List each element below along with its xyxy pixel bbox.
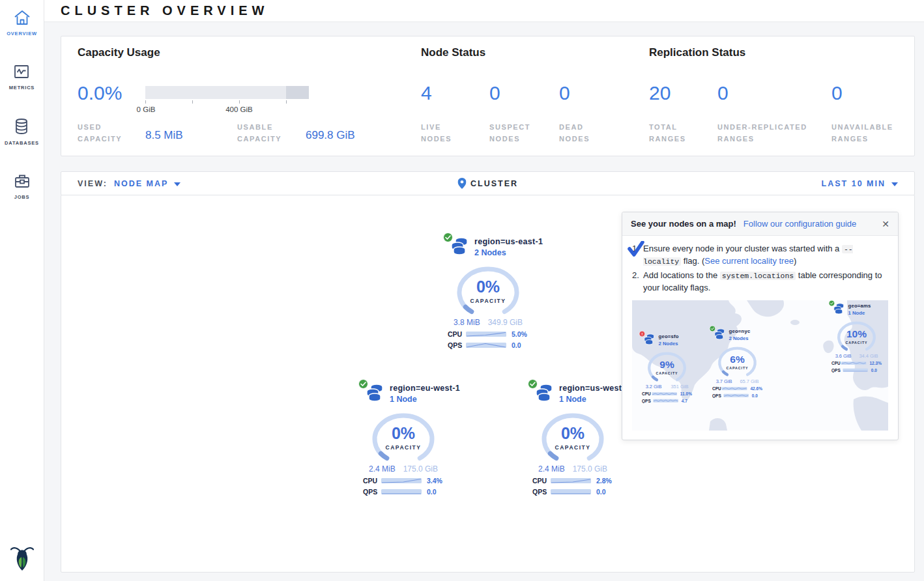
cpu-label: CPU — [532, 477, 551, 485]
step-number: 2. — [632, 270, 643, 294]
region-marker-eu-west-1[interactable]: region=eu-west-1 1 Node 0% CAPACITY 2.4 … — [354, 382, 452, 496]
view-label: VIEW: — [78, 179, 108, 188]
jobs-icon — [13, 173, 31, 190]
region-label: region=us-east-1 — [474, 237, 543, 246]
region-label: region=eu-west-1 — [390, 384, 460, 393]
configuration-guide-link[interactable]: Follow our configuration guide — [744, 219, 856, 229]
capacity-percent: 0% — [371, 424, 436, 443]
sidebar-item-label: METRICS — [9, 85, 35, 91]
locality-tree-link[interactable]: See current locality tree — [704, 256, 794, 266]
chevron-down-icon — [174, 182, 180, 186]
qps-sparkline — [551, 489, 591, 494]
qps-value: 0.0 — [596, 488, 606, 496]
cpu-value: 5.0% — [512, 330, 527, 338]
cockroach-logo[interactable] — [10, 545, 34, 574]
capacity-tick-400: 400 GiB — [225, 106, 253, 113]
cpu-sparkline — [381, 478, 422, 483]
sidebar-item-overview[interactable]: OVERVIEW — [7, 9, 37, 36]
status-ok-icon — [443, 233, 453, 242]
status-ok-icon — [358, 379, 368, 389]
usable-capacity-value: 699.8 GiB — [306, 129, 355, 142]
region-marker-us-west-1[interactable]: region=us-west-1 1 Node 0% CAPACITY 2.4 … — [524, 382, 622, 496]
check-icon — [628, 241, 644, 257]
region-label: geo=sfo — [658, 334, 678, 340]
time-range-selector[interactable]: LAST 10 MIN — [822, 179, 898, 188]
sidebar-item-label: JOBS — [14, 194, 30, 200]
region-label: region=us-west-1 — [559, 384, 629, 393]
sidebar-item-label: OVERVIEW — [7, 31, 37, 36]
capacity-gauge: 9% CAPACITY — [647, 352, 687, 386]
main-content: Capacity Usage 0.0% 0 GiB 400 GiB USEDCA… — [44, 22, 924, 581]
cpu-label: CPU — [448, 330, 466, 338]
capacity-axis — [145, 100, 309, 104]
qps-sparkline — [466, 343, 506, 348]
map-pin-icon — [457, 178, 466, 189]
capacity-label: CAPACITY — [540, 444, 605, 451]
suspect-nodes-count: 0 — [489, 82, 500, 104]
cpu-sparkline — [551, 478, 591, 483]
under-replicated-count: 0 — [717, 82, 729, 104]
mini-marker-geo-nyc: geo=nyc 2 Nodes 6% — [707, 328, 768, 398]
status-ok-icon — [528, 379, 538, 389]
chevron-down-icon — [891, 182, 898, 186]
sidebar-item-jobs[interactable]: JOBS — [13, 173, 31, 200]
region-label: geo=nyc — [729, 329, 750, 335]
nodes-link[interactable]: 1 Node — [559, 395, 586, 404]
under-replicated-label: UNDER-REPLICATEDRANGES — [717, 121, 807, 145]
view-bar: VIEW: NODE MAP CLUSTER LAST 10 MIN — [61, 171, 915, 195]
step-text: Ensure every node in your cluster was st… — [643, 243, 888, 268]
cpu-sparkline — [466, 332, 506, 337]
replication-status-title: Replication Status — [649, 46, 745, 59]
cpu-value: 2.8% — [596, 477, 612, 485]
page-title: CLUSTER OVERVIEW — [61, 0, 924, 21]
cpu-value: 3.4% — [427, 477, 442, 485]
nodes-link: 2 Nodes — [658, 341, 678, 347]
capacity-label: CAPACITY — [371, 444, 436, 451]
capacity-gauge: 0% CAPACITY — [371, 413, 436, 466]
popup-title: See your nodes on a map! — [631, 219, 736, 229]
close-icon[interactable]: ✕ — [882, 220, 889, 229]
nodes-link: 2 Nodes — [729, 335, 748, 341]
total-ranges-count: 20 — [649, 82, 671, 104]
breadcrumb-cluster[interactable]: CLUSTER — [470, 179, 518, 188]
dead-nodes-label: DEADNODES — [559, 121, 590, 145]
dead-nodes-count: 0 — [559, 82, 570, 104]
sidebar-item-metrics[interactable]: METRICS — [9, 63, 35, 91]
top-bar: CLUSTER OVERVIEW — [44, 0, 924, 22]
region-db-icon — [833, 302, 845, 315]
step-text: Add locations to the system.locations ta… — [643, 270, 888, 294]
node-status-title: Node Status — [421, 46, 485, 59]
capacity-bar — [145, 86, 309, 99]
capacity-bar-reserved — [286, 86, 309, 99]
nodes-link[interactable]: 1 Node — [390, 395, 417, 404]
qps-label: QPS — [363, 488, 381, 496]
example-map: ! — [632, 300, 888, 431]
nodes-link[interactable]: 2 Nodes — [474, 248, 506, 257]
cluster-summary-card: Capacity Usage 0.0% 0 GiB 400 GiB USEDCA… — [61, 36, 915, 156]
qps-label: QPS — [448, 341, 466, 349]
suspect-nodes-label: SUSPECTNODES — [489, 121, 530, 145]
used-capacity-label: USEDCAPACITY — [78, 121, 122, 145]
view-selector[interactable]: NODE MAP — [114, 179, 180, 188]
used-capacity-value: 8.5 MiB — [145, 129, 183, 142]
total-ranges-label: TOTALRANGES — [649, 121, 686, 145]
capacity-percent: 0% — [455, 277, 521, 296]
databases-icon — [12, 117, 31, 135]
unavailable-count: 0 — [831, 82, 843, 104]
cpu-label: CPU — [363, 477, 381, 485]
region-marker-us-east-1[interactable]: region=us-east-1 2 Nodes 0% CAPACITY 3.8… — [439, 236, 537, 349]
sidebar: OVERVIEW METRICS DATABASES JOBS — [0, 0, 44, 581]
sidebar-item-databases[interactable]: DATABASES — [5, 117, 39, 146]
usable-capacity-label: USABLECAPACITY — [237, 121, 282, 145]
mini-marker-geo-ams: geo=ams 1 Node 10% — [826, 302, 887, 373]
node-map: region=us-east-1 2 Nodes 0% CAPACITY 3.8… — [61, 195, 915, 573]
capacity-tick-0: 0 GiB — [137, 106, 156, 113]
capacity-gauge: 10% CAPACITY — [837, 322, 877, 355]
nodes-link: 1 Node — [848, 310, 865, 316]
capacity-gauge: 0% CAPACITY — [455, 266, 521, 320]
sidebar-item-label: DATABASES — [5, 140, 39, 146]
capacity-label: CAPACITY — [455, 298, 521, 304]
system-locations-code: system.locations — [720, 272, 796, 280]
capacity-gauge: 6% CAPACITY — [717, 347, 758, 380]
metrics-icon — [12, 63, 31, 80]
